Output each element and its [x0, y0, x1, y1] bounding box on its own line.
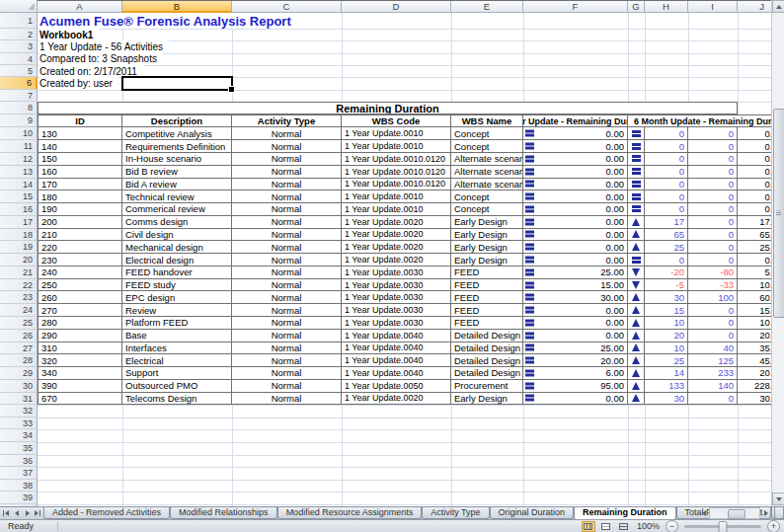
cell-wbs-code[interactable]: 1 Year Update.0030 — [342, 317, 451, 330]
cell-year-update-remaining-duration[interactable]: 0.00 — [523, 140, 628, 153]
cell-wbs-name[interactable]: Early Design — [451, 254, 523, 266]
zoom-in-button[interactable]: + — [767, 520, 780, 532]
cell-delta[interactable]: 20 — [645, 330, 688, 342]
cell-trend-indicator[interactable] — [628, 354, 645, 367]
row-header-17[interactable]: 17 — [0, 216, 38, 229]
cell-description[interactable]: Commerical review — [122, 203, 232, 216]
cell-wbs-code[interactable]: 1 Year Update.0030 — [342, 266, 451, 279]
cell-activity-type[interactable]: Normal — [232, 304, 342, 317]
zoom-out-button[interactable]: − — [666, 520, 678, 532]
horizontal-scroll-thumb[interactable] — [728, 509, 745, 519]
cell-id[interactable]: 200 — [38, 216, 122, 229]
cell-delta[interactable]: 17 — [645, 216, 688, 229]
cell-delta[interactable]: 10 — [645, 317, 688, 330]
cell-id[interactable]: 280 — [38, 317, 122, 330]
cell-wbs-name[interactable]: Early Design — [451, 216, 523, 229]
cell-id[interactable]: 150 — [38, 153, 122, 166]
cell-delta-pct[interactable]: 0 — [688, 304, 738, 317]
sheet-tab-activity-type[interactable]: Activity Type — [422, 507, 489, 519]
row-header-12[interactable]: 12 — [0, 153, 38, 166]
cell-id[interactable]: 180 — [38, 190, 122, 203]
row-header-25[interactable]: 25 — [0, 317, 38, 330]
cell-year-update-remaining-duration[interactable]: 0.00 — [523, 203, 628, 216]
cell-a3[interactable]: 1 Year Update - 56 Activities — [39, 40, 169, 52]
cell-year-update-remaining-duration[interactable]: 30.00 — [523, 291, 628, 304]
cell-description[interactable]: Bid B review — [122, 166, 232, 179]
row-header-14[interactable]: 14 — [0, 179, 38, 191]
cell-year-update-remaining-duration[interactable]: 25.00 — [523, 342, 628, 355]
cell-id[interactable]: 190 — [38, 203, 122, 216]
cell-delta-pct[interactable]: 40 — [688, 342, 738, 355]
cell-year-update-remaining-duration[interactable]: 20.00 — [523, 354, 628, 367]
row-header-18[interactable]: 18 — [0, 229, 38, 242]
cell-a6[interactable]: Created by: user — [39, 77, 118, 89]
cell-wbs-code[interactable]: 1 Year Update.0010.0120 — [342, 153, 451, 166]
cell-wbs-name[interactable]: Alternate scenario — [451, 153, 523, 166]
table-header-6-month-update-remaining-duration[interactable]: 6 Month Update - Remaining Duration — [628, 114, 771, 127]
page-break-preview-button[interactable] — [617, 521, 631, 532]
cell-wbs-code[interactable]: 1 Year Update.0020 — [342, 393, 451, 406]
cell-id[interactable]: 340 — [38, 367, 122, 380]
cell-year-update-remaining-duration[interactable]: 0.00 — [523, 216, 628, 229]
cell-year-update-remaining-duration[interactable]: 0.00 — [523, 393, 628, 406]
selected-cell-b6[interactable] — [121, 76, 233, 90]
cell-delta-pct[interactable]: 0 — [688, 153, 738, 166]
cell-description[interactable]: EPC design — [122, 291, 232, 304]
sheet-tab-added-removed-activities[interactable]: Added - Removed Activities — [43, 507, 170, 519]
cell-description[interactable]: Electrical design — [122, 254, 232, 266]
cell-description[interactable]: Telecoms Design — [122, 393, 232, 406]
row-header-20[interactable]: 20 — [0, 254, 38, 266]
cell-delta-pct[interactable]: 233 — [688, 367, 738, 380]
cell-month6-remaining-duration[interactable]: 10.00 — [738, 317, 771, 330]
cell-delta[interactable]: -5 — [645, 279, 688, 292]
cell-id[interactable]: 210 — [38, 229, 122, 242]
cell-id[interactable]: 220 — [38, 241, 122, 254]
zoom-slider-thumb[interactable] — [719, 521, 728, 532]
cell-activity-type[interactable]: Normal — [232, 179, 342, 191]
table-header-1-year-update-remaining-duration[interactable]: 1 Year Update - Remaining Duration — [523, 114, 628, 127]
cell-delta[interactable]: 65 — [645, 229, 688, 242]
cell-wbs-code[interactable]: 1 Year Update.0010 — [342, 203, 451, 216]
row-header-30[interactable]: 30 — [0, 380, 38, 393]
scroll-up-button[interactable] — [772, 0, 784, 13]
sheet-tab-original-duration[interactable]: Original Duration — [490, 507, 575, 519]
cell-year-update-remaining-duration[interactable]: 0.00 — [523, 229, 628, 242]
normal-view-button[interactable] — [582, 521, 595, 532]
cell-delta-pct[interactable]: -33 — [688, 279, 738, 292]
row-header-10[interactable]: 10 — [0, 127, 38, 140]
row-header-38[interactable]: 38 — [0, 480, 38, 493]
select-all-corner[interactable] — [0, 0, 38, 13]
cell-activity-type[interactable]: Normal — [232, 367, 342, 380]
row-header-39[interactable]: 39 — [0, 492, 38, 504]
cell-activity-type[interactable]: Normal — [232, 354, 342, 367]
row-header-36[interactable]: 36 — [0, 455, 38, 468]
cell-month6-remaining-duration[interactable]: 0.00 — [738, 254, 771, 266]
cell-delta-pct[interactable]: 100 — [688, 291, 738, 304]
cell-activity-type[interactable]: Normal — [232, 241, 342, 254]
insert-worksheet-tab[interactable] — [774, 507, 784, 519]
cell-id[interactable]: 320 — [38, 354, 122, 367]
cell-delta[interactable]: 14 — [645, 367, 688, 380]
cell-wbs-name[interactable]: FEED — [451, 291, 523, 304]
cell-month6-remaining-duration[interactable]: 65.00 — [738, 229, 771, 242]
cell-year-update-remaining-duration[interactable]: 0.00 — [523, 166, 628, 179]
cell-wbs-code[interactable]: 1 Year Update.0010 — [342, 127, 451, 140]
cell-delta[interactable]: 133 — [645, 380, 688, 393]
cell-activity-type[interactable]: Normal — [232, 393, 342, 406]
cell-wbs-code[interactable]: 1 Year Update.0010 — [342, 190, 451, 203]
row-header-21[interactable]: 21 — [0, 266, 38, 279]
cell-description[interactable]: Review — [122, 304, 232, 317]
column-header-f[interactable]: F — [523, 1, 628, 13]
cell-description[interactable]: Competitive Analysis — [122, 127, 232, 140]
cell-delta-pct[interactable]: 0 — [688, 203, 738, 216]
cell-activity-type[interactable]: Normal — [232, 266, 342, 279]
cell-delta-pct[interactable]: 0 — [688, 216, 738, 229]
cell-wbs-name[interactable]: FEED — [451, 304, 523, 317]
cell-delta-pct[interactable]: 0 — [688, 393, 738, 406]
row-header-6[interactable]: 6 — [0, 77, 38, 89]
cell-trend-indicator[interactable] — [628, 266, 645, 279]
cell-month6-remaining-duration[interactable]: 20.00 — [738, 367, 771, 380]
cell-month6-remaining-duration[interactable]: 228.00 — [738, 380, 771, 393]
horizontal-scroll-track[interactable] — [709, 507, 760, 519]
cell-description[interactable]: Civil design — [122, 229, 232, 242]
